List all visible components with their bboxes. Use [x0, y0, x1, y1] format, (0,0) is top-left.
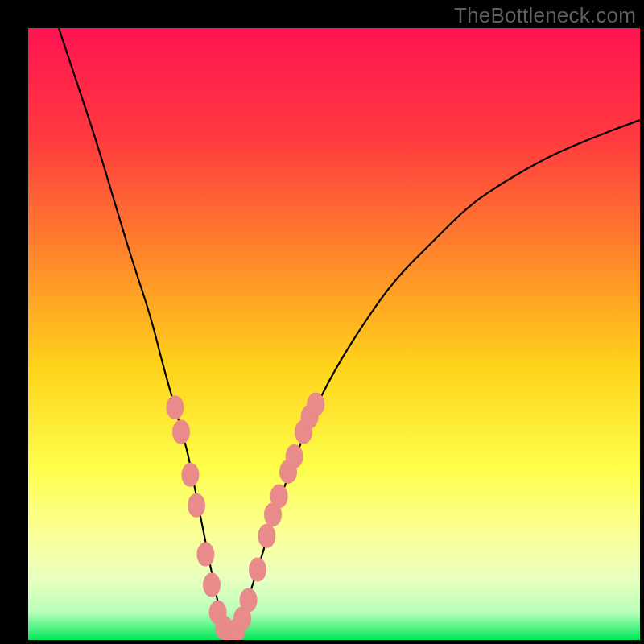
curve-marker [258, 524, 275, 548]
curve-marker [240, 588, 258, 613]
curve-marker [188, 493, 205, 518]
watermark-text: TheBottleneck.com [454, 3, 636, 28]
curve-marker [172, 420, 190, 444]
outer-frame: TheBottleneck.com [0, 0, 644, 644]
plot-area [28, 28, 640, 640]
curve-marker [203, 573, 221, 597]
curve-marker [270, 484, 288, 508]
curve-marker [286, 444, 303, 469]
curve-marker [181, 463, 199, 487]
curve-marker [196, 543, 214, 567]
gradient-background [28, 28, 640, 640]
curve-marker [249, 558, 266, 582]
curve-marker [307, 392, 324, 416]
bottleneck-chart [28, 28, 640, 640]
curve-marker [166, 395, 184, 419]
